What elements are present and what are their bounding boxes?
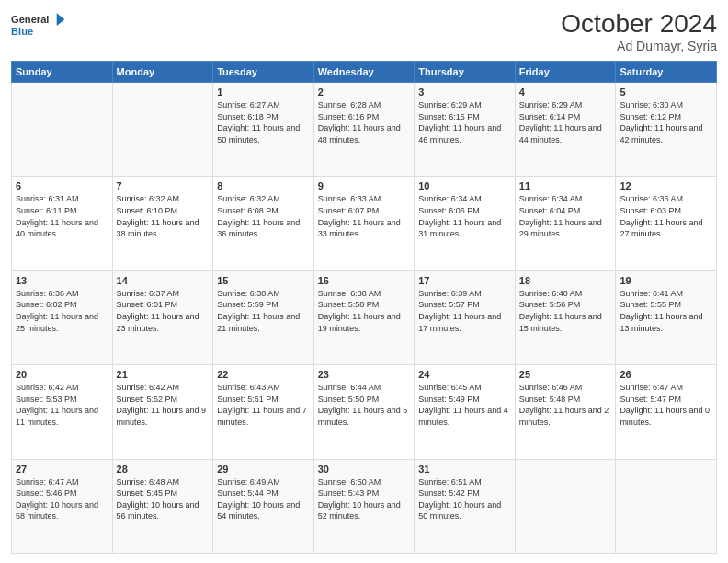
calendar-cell: 3Sunrise: 6:29 AM Sunset: 6:15 PM Daylig… xyxy=(415,83,516,177)
day-info: Sunrise: 6:39 AM Sunset: 5:57 PM Dayligh… xyxy=(418,288,511,334)
header: General Blue October 2024 Ad Dumayr, Syr… xyxy=(11,9,717,53)
day-info: Sunrise: 6:32 AM Sunset: 6:10 PM Dayligh… xyxy=(117,193,210,239)
svg-text:Blue: Blue xyxy=(11,26,33,37)
day-number: 22 xyxy=(217,369,310,380)
day-number: 17 xyxy=(418,275,511,286)
day-number: 18 xyxy=(519,275,612,286)
calendar-cell: 8Sunrise: 6:32 AM Sunset: 6:08 PM Daylig… xyxy=(213,177,314,270)
calendar-cell: 25Sunrise: 6:46 AM Sunset: 5:48 PM Dayli… xyxy=(515,365,616,459)
calendar-cell: 29Sunrise: 6:49 AM Sunset: 5:44 PM Dayli… xyxy=(213,459,314,553)
day-number: 31 xyxy=(418,464,511,475)
calendar-cell: 2Sunrise: 6:28 AM Sunset: 6:16 PM Daylig… xyxy=(313,83,415,177)
day-number: 8 xyxy=(217,180,310,191)
day-number: 5 xyxy=(620,86,712,98)
calendar-cell: 31Sunrise: 6:51 AM Sunset: 5:42 PM Dayli… xyxy=(415,459,516,553)
calendar-table: SundayMondayTuesdayWednesdayThursdayFrid… xyxy=(11,61,717,554)
day-info: Sunrise: 6:44 AM Sunset: 5:50 PM Dayligh… xyxy=(318,382,411,428)
calendar-cell: 15Sunrise: 6:38 AM Sunset: 5:59 PM Dayli… xyxy=(213,270,314,364)
calendar-cell: 19Sunrise: 6:41 AM Sunset: 5:55 PM Dayli… xyxy=(616,270,717,364)
title-block: October 2024 Ad Dumayr, Syria xyxy=(561,9,717,53)
day-number: 13 xyxy=(16,275,108,286)
day-info: Sunrise: 6:50 AM Sunset: 5:43 PM Dayligh… xyxy=(318,477,411,523)
calendar-cell: 12Sunrise: 6:35 AM Sunset: 6:03 PM Dayli… xyxy=(616,177,717,270)
day-number: 6 xyxy=(16,180,108,191)
day-info: Sunrise: 6:34 AM Sunset: 6:06 PM Dayligh… xyxy=(418,193,511,239)
calendar-cell xyxy=(12,83,113,177)
day-info: Sunrise: 6:46 AM Sunset: 5:48 PM Dayligh… xyxy=(519,382,612,428)
day-info: Sunrise: 6:35 AM Sunset: 6:03 PM Dayligh… xyxy=(620,193,712,239)
logo: General Blue xyxy=(11,9,66,42)
weekday-header-thursday: Thursday xyxy=(415,62,516,83)
day-info: Sunrise: 6:41 AM Sunset: 5:55 PM Dayligh… xyxy=(620,288,712,334)
day-info: Sunrise: 6:34 AM Sunset: 6:04 PM Dayligh… xyxy=(519,193,612,239)
calendar-cell: 27Sunrise: 6:47 AM Sunset: 5:46 PM Dayli… xyxy=(12,459,113,553)
weekday-header-tuesday: Tuesday xyxy=(213,62,314,83)
calendar-cell: 20Sunrise: 6:42 AM Sunset: 5:53 PM Dayli… xyxy=(12,365,113,459)
day-info: Sunrise: 6:28 AM Sunset: 6:16 PM Dayligh… xyxy=(318,99,411,145)
day-info: Sunrise: 6:27 AM Sunset: 6:18 PM Dayligh… xyxy=(217,99,310,145)
day-info: Sunrise: 6:43 AM Sunset: 5:51 PM Dayligh… xyxy=(217,382,310,428)
day-number: 16 xyxy=(318,275,411,286)
day-number: 30 xyxy=(318,464,411,475)
day-number: 12 xyxy=(620,180,712,191)
day-number: 27 xyxy=(16,464,108,475)
weekday-header-saturday: Saturday xyxy=(616,62,717,83)
day-info: Sunrise: 6:40 AM Sunset: 5:56 PM Dayligh… xyxy=(519,288,612,334)
day-number: 7 xyxy=(117,180,210,191)
day-number: 2 xyxy=(318,86,411,98)
calendar-cell: 28Sunrise: 6:48 AM Sunset: 5:45 PM Dayli… xyxy=(112,459,213,553)
calendar-cell: 30Sunrise: 6:50 AM Sunset: 5:43 PM Dayli… xyxy=(313,459,415,553)
day-number: 21 xyxy=(117,369,210,380)
weekday-header-monday: Monday xyxy=(112,62,213,83)
day-number: 1 xyxy=(217,86,310,98)
day-number: 26 xyxy=(620,369,712,380)
day-info: Sunrise: 6:29 AM Sunset: 6:14 PM Dayligh… xyxy=(519,99,612,145)
day-number: 25 xyxy=(519,369,612,380)
day-info: Sunrise: 6:31 AM Sunset: 6:11 PM Dayligh… xyxy=(16,193,108,239)
day-info: Sunrise: 6:37 AM Sunset: 6:01 PM Dayligh… xyxy=(117,288,210,334)
day-info: Sunrise: 6:38 AM Sunset: 5:58 PM Dayligh… xyxy=(318,288,411,334)
day-info: Sunrise: 6:29 AM Sunset: 6:15 PM Dayligh… xyxy=(418,99,511,145)
calendar-cell: 11Sunrise: 6:34 AM Sunset: 6:04 PM Dayli… xyxy=(515,177,616,270)
calendar-cell xyxy=(616,459,717,553)
svg-marker-2 xyxy=(57,13,65,26)
calendar-cell: 22Sunrise: 6:43 AM Sunset: 5:51 PM Dayli… xyxy=(213,365,314,459)
calendar-cell: 5Sunrise: 6:30 AM Sunset: 6:12 PM Daylig… xyxy=(616,83,717,177)
day-number: 20 xyxy=(16,369,108,380)
calendar-cell: 13Sunrise: 6:36 AM Sunset: 6:02 PM Dayli… xyxy=(12,270,113,364)
day-info: Sunrise: 6:36 AM Sunset: 6:02 PM Dayligh… xyxy=(16,288,108,334)
day-info: Sunrise: 6:47 AM Sunset: 5:47 PM Dayligh… xyxy=(620,382,712,428)
calendar-cell: 23Sunrise: 6:44 AM Sunset: 5:50 PM Dayli… xyxy=(313,365,415,459)
day-info: Sunrise: 6:47 AM Sunset: 5:46 PM Dayligh… xyxy=(16,477,108,523)
day-number: 23 xyxy=(318,369,411,380)
day-info: Sunrise: 6:33 AM Sunset: 6:07 PM Dayligh… xyxy=(318,193,411,239)
day-number: 4 xyxy=(519,86,612,98)
day-number: 10 xyxy=(418,180,511,191)
day-number: 9 xyxy=(318,180,411,191)
day-info: Sunrise: 6:49 AM Sunset: 5:44 PM Dayligh… xyxy=(217,477,310,523)
calendar-cell xyxy=(515,459,616,553)
weekday-header-friday: Friday xyxy=(515,62,616,83)
month-title: October 2024 xyxy=(561,9,717,39)
day-info: Sunrise: 6:32 AM Sunset: 6:08 PM Dayligh… xyxy=(217,193,310,239)
day-number: 15 xyxy=(217,275,310,286)
day-number: 11 xyxy=(519,180,612,191)
day-info: Sunrise: 6:30 AM Sunset: 6:12 PM Dayligh… xyxy=(620,99,712,145)
location-subtitle: Ad Dumayr, Syria xyxy=(561,39,717,53)
day-number: 14 xyxy=(117,275,210,286)
day-info: Sunrise: 6:42 AM Sunset: 5:53 PM Dayligh… xyxy=(16,382,108,428)
day-number: 19 xyxy=(620,275,712,286)
calendar-cell: 6Sunrise: 6:31 AM Sunset: 6:11 PM Daylig… xyxy=(12,177,113,270)
calendar-cell: 7Sunrise: 6:32 AM Sunset: 6:10 PM Daylig… xyxy=(112,177,213,270)
day-info: Sunrise: 6:38 AM Sunset: 5:59 PM Dayligh… xyxy=(217,288,310,334)
day-info: Sunrise: 6:51 AM Sunset: 5:42 PM Dayligh… xyxy=(418,477,511,523)
weekday-header-sunday: Sunday xyxy=(12,62,113,83)
day-info: Sunrise: 6:45 AM Sunset: 5:49 PM Dayligh… xyxy=(418,382,511,428)
calendar-cell: 18Sunrise: 6:40 AM Sunset: 5:56 PM Dayli… xyxy=(515,270,616,364)
calendar-cell xyxy=(112,83,213,177)
calendar-cell: 24Sunrise: 6:45 AM Sunset: 5:49 PM Dayli… xyxy=(415,365,516,459)
calendar-cell: 10Sunrise: 6:34 AM Sunset: 6:06 PM Dayli… xyxy=(415,177,516,270)
day-number: 29 xyxy=(217,464,310,475)
calendar-cell: 21Sunrise: 6:42 AM Sunset: 5:52 PM Dayli… xyxy=(112,365,213,459)
logo-icon: General Blue xyxy=(11,9,66,42)
